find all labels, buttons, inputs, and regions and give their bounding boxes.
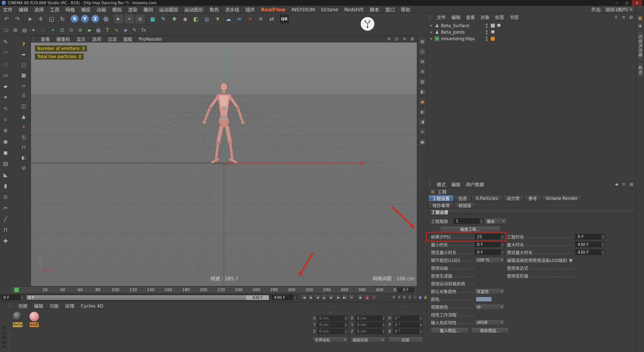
grid-snap-icon[interactable]: ⊡: [58, 26, 66, 34]
record-rotation-toggle[interactable]: R: [402, 295, 407, 300]
help-icon[interactable]: ?: [19, 39, 29, 49]
toolbar-separator[interactable]: [146, 15, 147, 23]
menu-item[interactable]: 雕刻: [140, 6, 156, 13]
lod-select[interactable]: 100 %: [475, 257, 504, 263]
preview-max-field[interactable]: 430 F: [575, 249, 605, 255]
value-spinner[interactable]: [479, 218, 483, 224]
loop-button[interactable]: ⟳: [348, 294, 355, 301]
pan-view-icon[interactable]: ✛: [386, 36, 392, 42]
material-name[interactable]: Beta: [13, 322, 23, 327]
qr-plugin-button[interactable]: QR: [279, 14, 289, 24]
coordinate-field[interactable]: 0 cm: [317, 329, 348, 334]
panel-grip[interactable]: [429, 182, 431, 187]
viewport-menu-item[interactable]: 过滤: [104, 36, 120, 42]
value-spinner[interactable]: [601, 242, 605, 247]
value-spinner[interactable]: [344, 329, 348, 334]
coordinate-field[interactable]: 0 °: [393, 329, 423, 334]
phong-tag-icon[interactable]: [491, 30, 495, 34]
edge-mode-icon[interactable]: ◫: [19, 101, 29, 111]
object-row[interactable]: Beta_Surface: [427, 22, 636, 29]
weight-tag-icon[interactable]: [491, 36, 495, 41]
preview-range-bar[interactable]: 0 F 430 F: [26, 295, 269, 300]
attribute-menu-item[interactable]: 编辑: [449, 181, 463, 188]
spline-arc-icon[interactable]: ◠: [1, 48, 11, 58]
solo-mode-icon[interactable]: Ⓢ: [19, 132, 29, 142]
preview-range-slider[interactable]: 0 F 430 F: [26, 294, 270, 301]
view-info-icon[interactable]: ▣: [419, 138, 426, 146]
animation-checkbox[interactable]: ✓: [476, 265, 480, 271]
render-view-icon[interactable]: ▶: [113, 14, 124, 24]
object-manager-menu-item[interactable]: 文件: [434, 14, 449, 20]
realflow-plugin-icon[interactable]: ≈: [234, 14, 244, 24]
add-generator-icon[interactable]: ❖: [169, 14, 179, 24]
menu-item[interactable]: Octane: [318, 7, 341, 12]
material-menu-item[interactable]: 编辑: [31, 302, 46, 309]
record-pla-toggle[interactable]: ∷: [413, 295, 417, 300]
cone-primitive-icon[interactable]: ◣: [1, 170, 11, 180]
record-position-toggle[interactable]: P: [391, 295, 396, 300]
menu-item[interactable]: 流水线: [222, 6, 242, 13]
shading-mode-icon[interactable]: ▤: [20, 26, 29, 34]
project-scale-field[interactable]: 1: [454, 218, 483, 224]
scissors-tool-icon[interactable]: ✂: [1, 203, 11, 213]
motion-system-checkbox[interactable]: ✓: [476, 281, 480, 286]
panel-grip[interactable]: [9, 304, 11, 308]
coordinate-field[interactable]: 0 cm: [317, 316, 348, 321]
attribute-tab[interactable]: 参考: [525, 195, 541, 202]
color-swatch[interactable]: [476, 297, 492, 302]
next-frame-button[interactable]: ▶: [328, 294, 334, 301]
coordinate-field[interactable]: 0 cm: [355, 316, 386, 321]
object-name[interactable]: Beta_Joints: [441, 30, 484, 35]
value-spinner[interactable]: [20, 295, 24, 300]
snap-toggle-icon[interactable]: ⊓: [19, 143, 29, 152]
value-spinner[interactable]: [382, 329, 385, 334]
toggle-views-icon[interactable]: ⊞: [409, 36, 415, 42]
zoom-view-icon[interactable]: ⊡: [394, 36, 400, 42]
ring-icon[interactable]: ⊚: [1, 125, 11, 136]
min-time-field[interactable]: 0 F: [475, 242, 504, 248]
unit-select[interactable]: 厘米: [485, 218, 506, 224]
max-time-field[interactable]: 430 F: [575, 242, 605, 248]
menu-item[interactable]: 模拟: [109, 6, 125, 13]
viewport-menu-item[interactable]: ProRender: [136, 36, 166, 42]
menu-item[interactable]: INSYDIUM: [288, 7, 318, 12]
dock-tab[interactable]: 内容浏览器: [637, 31, 643, 61]
add-camera-icon[interactable]: ◎: [202, 14, 212, 24]
input-color-profile-select[interactable]: sRGB: [475, 320, 504, 326]
value-spinner[interactable]: [293, 295, 297, 300]
material-preview-sphere[interactable]: [29, 312, 39, 321]
y-axis-lock-icon[interactable]: Y: [81, 15, 89, 23]
prev-frame-button[interactable]: ◀: [314, 294, 321, 301]
view-split-icon[interactable]: ◫: [419, 48, 426, 55]
coordinate-field[interactable]: 0 cm: [355, 322, 386, 328]
coordinate-system-icon[interactable]: ⊕: [101, 14, 111, 24]
polygon-snap-icon[interactable]: ▰: [85, 26, 94, 34]
value-spinner[interactable]: [601, 250, 605, 255]
next-key-button[interactable]: ·▶: [335, 294, 341, 301]
prev-key-button[interactable]: ◀·: [308, 294, 314, 301]
minimize-button[interactable]: —: [612, 0, 622, 6]
xparticles-plugin-icon[interactable]: ✕: [245, 14, 255, 24]
expand-icon[interactable]: [429, 24, 433, 27]
menu-item[interactable]: 动画: [94, 6, 109, 13]
coordinate-system-select[interactable]: 世界坐标: [313, 337, 348, 343]
attribute-tab[interactable]: X-Particles: [472, 195, 502, 202]
material-item[interactable]: Beta: [11, 312, 24, 327]
add-panel-icon[interactable]: ✚: [637, 23, 643, 29]
spline-circle-icon[interactable]: ◌: [1, 59, 11, 69]
end-frame-field[interactable]: 430 F: [272, 294, 297, 301]
value-spinner[interactable]: [344, 316, 348, 321]
save-preset-button[interactable]: 保存预设...: [471, 327, 509, 333]
rotate-tool-icon[interactable]: ↻: [57, 14, 67, 24]
keyframe-selection-button[interactable]: ▣: [418, 295, 423, 300]
array-icon[interactable]: ⌗: [1, 114, 11, 124]
material-menu-item[interactable]: Cycles 4D: [77, 303, 107, 309]
attribute-menu-item[interactable]: 用户数据: [463, 181, 487, 188]
default-object-color-select[interactable]: 灰蓝色: [475, 288, 504, 294]
expand-icon[interactable]: [429, 37, 433, 40]
apply-button[interactable]: 应用: [388, 337, 423, 343]
menu-item[interactable]: 文件: [0, 6, 16, 13]
layout-grid-icon[interactable]: ▦: [637, 15, 643, 21]
linear-workflow-checkbox[interactable]: ✓: [476, 312, 480, 318]
value-spinner[interactable]: [419, 322, 423, 327]
